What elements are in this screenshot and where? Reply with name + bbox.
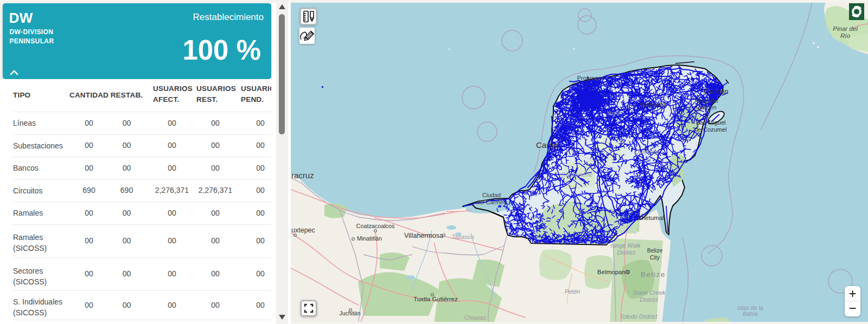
svg-text:Yuca: Yuca: [607, 109, 620, 116]
svg-text:racruz: racruz: [291, 171, 314, 180]
svg-text:Carmen: Carmen: [696, 104, 717, 111]
svg-text:Belize: Belize: [647, 247, 663, 254]
svg-text:del Carmen: del Carmen: [476, 199, 507, 205]
svg-text:Progreso: Progreso: [577, 75, 602, 81]
svg-text:Bahía: Bahía: [743, 310, 758, 317]
svg-text:Chiapas: Chiapas: [464, 314, 487, 321]
svg-text:San Miguel: San Miguel: [695, 119, 725, 126]
svg-text:de Cozumel: de Cozumel: [695, 126, 727, 133]
svg-text:uxtepec: uxtepec: [291, 226, 315, 234]
svg-text:Ciudad: Ciudad: [482, 192, 501, 198]
svg-text:Valladolid: Valladolid: [640, 101, 666, 108]
svg-text:Chetumal: Chetumal: [637, 215, 663, 221]
svg-text:Belmopan: Belmopan: [597, 269, 626, 275]
svg-text:Quintana: Quintana: [635, 148, 659, 155]
svg-text:Belize: Belize: [641, 270, 666, 278]
svg-text:range Walk: range Walk: [610, 242, 641, 249]
svg-text:Stann Creek: Stann Creek: [632, 289, 666, 296]
svg-text:Toledo District: Toledo District: [620, 313, 658, 320]
svg-text:District: District: [617, 249, 636, 256]
svg-text:Río: Río: [840, 33, 851, 39]
svg-text:R: R: [647, 156, 651, 163]
svg-text:City: City: [650, 254, 660, 261]
svg-text:Tabasco: Tabasco: [451, 234, 474, 240]
svg-text:Petén: Petén: [565, 288, 580, 295]
svg-text:Camp: Camp: [536, 140, 558, 150]
svg-text:Villahermosa: Villahermosa: [404, 232, 443, 239]
svg-text:District: District: [640, 296, 659, 303]
svg-text:Coatzacoalcos: Coatzacoalcos: [356, 223, 395, 229]
svg-text:Minatitlán: Minatitlán: [357, 235, 382, 242]
svg-text:Pinar del: Pinar del: [833, 25, 858, 32]
svg-text:Cancún: Cancún: [704, 87, 729, 95]
svg-text:Campeche: Campeche: [560, 171, 593, 178]
svg-text:Playa del: Playa del: [694, 98, 718, 104]
svg-text:Tuxtla Gutiérrez: Tuxtla Gutiérrez: [413, 296, 458, 302]
